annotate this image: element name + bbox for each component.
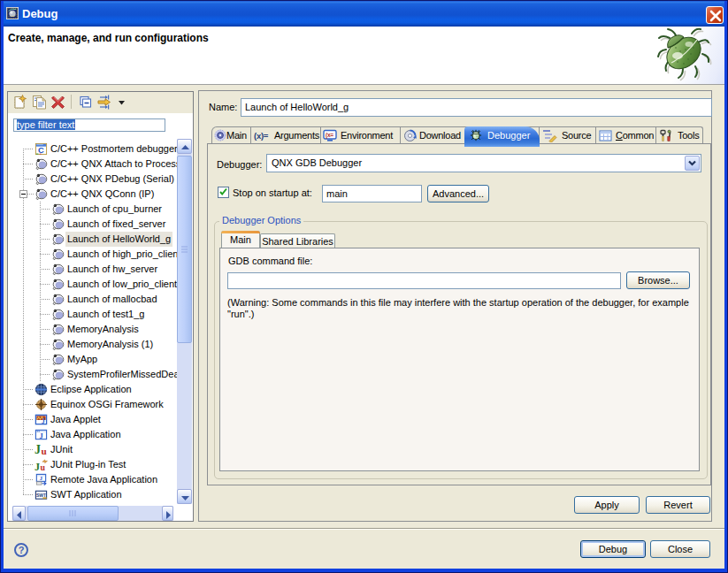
svg-text:(x=: (x= (326, 132, 333, 139)
svg-text:(x)=: (x)= (254, 131, 269, 141)
